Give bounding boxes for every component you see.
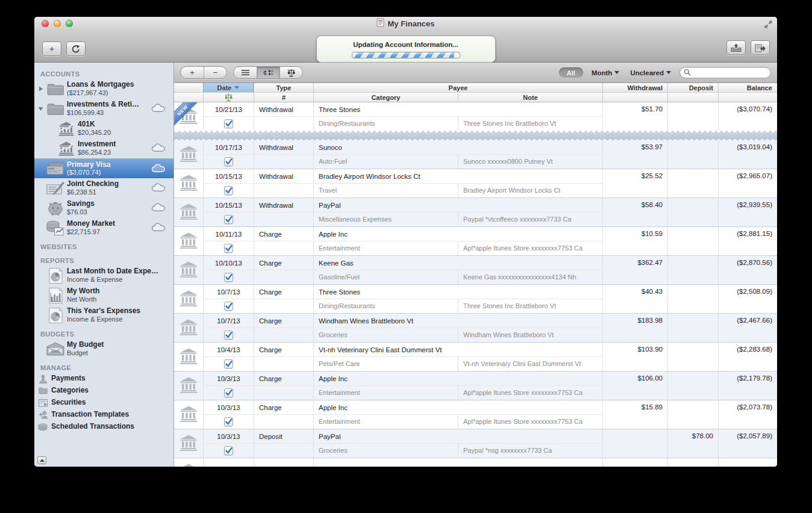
txn-date: 10/10/13	[203, 256, 254, 270]
search-field[interactable]	[679, 67, 771, 78]
disclosure-icon[interactable]	[37, 86, 44, 92]
txn-type: Charge	[254, 314, 313, 328]
transaction-row[interactable]: 10/10/13 Charge Keene Gas $362.47 ($2,87…	[174, 256, 777, 285]
transaction-row[interactable]: 10/4/13 Charge Vt-nh Veterinary Clini Ea…	[174, 343, 777, 372]
cleared-checkbox[interactable]	[224, 119, 233, 128]
transaction-row[interactable]: 10/11/13 Charge Apple Inc $10.59 ($2,881…	[174, 227, 777, 256]
bank-icon	[180, 175, 198, 192]
header-payee[interactable]: Payee	[313, 83, 602, 92]
header-category[interactable]: Category	[313, 93, 458, 102]
progress-text: Updating Account Information...	[317, 41, 495, 48]
sidebar-item-primary-visa[interactable]: Primary Visa ($3,070.74)	[34, 158, 173, 178]
sidebar-item-investment[interactable]: Investment $86,254.23	[34, 138, 173, 158]
transaction-row[interactable]: 10/3/13 Deposit PayPal $78.00 ($2,057.89…	[174, 429, 777, 458]
txn-payee: Three Stones	[313, 285, 602, 299]
view-register-button[interactable]: ¢	[257, 67, 280, 78]
cleared-checkbox[interactable]	[224, 417, 233, 426]
sidebar-item-my-worth[interactable]: My Worth Net Worth	[34, 285, 173, 305]
txn-balance: ($2,467.66)	[718, 314, 777, 342]
sidebar-item-label: Investments & Reti…	[67, 101, 149, 109]
titlebar[interactable]: My Finances	[34, 17, 777, 30]
transaction-row[interactable]: 10/3/13 Charge Apple Inc $15.89 ($2,073.…	[174, 400, 777, 429]
sidebar-item-loans-mortgages[interactable]: Loans & Mortgages ($217,967.43)	[34, 79, 173, 99]
sidebar-item-savings[interactable]: Savings $76.03	[34, 198, 173, 218]
refresh-button[interactable]	[66, 42, 86, 56]
txn-deposit	[667, 169, 718, 197]
sidebar-item-transaction-templates[interactable]: Transaction Templates	[34, 409, 173, 421]
cleared-checkbox[interactable]	[224, 157, 233, 166]
sidebar-item-subtitle: Income & Expense	[67, 276, 169, 284]
transaction-row[interactable]: 10/21/13 Withdrawal Three Stones $51.70 …	[174, 102, 777, 131]
transaction-row[interactable]	[174, 458, 777, 467]
header-cleared[interactable]	[203, 93, 254, 102]
cleared-checkbox[interactable]	[224, 302, 233, 311]
txn-deposit	[667, 285, 718, 313]
sidebar-item-money-market[interactable]: Money Market $22,715.97	[34, 218, 173, 238]
remove-transaction-button[interactable]: −	[204, 67, 226, 78]
import-button[interactable]	[726, 40, 746, 55]
cleared-checkbox[interactable]	[224, 186, 233, 195]
txn-category: Groceries	[313, 328, 458, 342]
txn-number	[254, 117, 313, 131]
view-list-button[interactable]	[234, 67, 257, 78]
transaction-row[interactable]: 10/7/13 Charge Windham Wines Brattleboro…	[174, 314, 777, 343]
export-button[interactable]	[751, 40, 770, 55]
collapse-sidebar-button[interactable]	[37, 456, 46, 464]
header-withdrawal[interactable]: Withdrawal	[602, 83, 667, 92]
transaction-row[interactable]: 10/15/13 Withdrawal PayPal $58.40 ($2,93…	[174, 198, 777, 227]
sidebar-item-payments[interactable]: Payments	[34, 373, 173, 385]
header-balance[interactable]: Balance	[718, 83, 777, 92]
bank-icon	[180, 348, 198, 365]
header-note[interactable]: Note	[458, 93, 602, 102]
cleared-checkbox[interactable]	[224, 215, 233, 224]
disclosure-icon[interactable]	[37, 107, 44, 111]
sidebar-item-401k[interactable]: 401K $20,345.20	[34, 119, 173, 138]
filter-cleared-dropdown[interactable]: Uncleared	[628, 69, 673, 76]
cleared-checkbox[interactable]	[224, 446, 233, 455]
txn-number	[254, 241, 313, 255]
sidebar-item-scheduled-transactions[interactable]: Scheduled Transactions	[34, 421, 173, 433]
cleared-checkbox[interactable]	[224, 388, 233, 397]
sidebar-item-securities[interactable]: Securities	[34, 397, 173, 409]
bank-icon	[180, 261, 198, 279]
document-icon	[376, 18, 384, 30]
cleared-checkbox[interactable]	[224, 273, 233, 282]
txn-note: Three Stones Inc Brattleboro Vt	[458, 117, 602, 131]
header-number[interactable]: #	[254, 93, 313, 102]
filter-all-button[interactable]: All	[559, 67, 583, 78]
transaction-row[interactable]: 10/17/13 Withdrawal Sunoco $53.97 ($3,01…	[174, 140, 777, 169]
view-reconcile-button[interactable]	[280, 67, 302, 78]
sidebar-item-joint-checking[interactable]: Joint Checking $6,238.51	[34, 178, 173, 198]
cleared-checkbox[interactable]	[224, 331, 233, 340]
txn-balance: ($2,939.55)	[718, 198, 777, 226]
txn-withdrawal: $51.70	[602, 102, 667, 131]
cleared-checkbox[interactable]	[224, 359, 233, 368]
header-type[interactable]: Type	[254, 83, 313, 92]
sidebar-item-investments-reti[interactable]: Investments & Reti… $106,599.43	[34, 99, 173, 119]
txn-balance: ($2,283.68)	[718, 343, 777, 371]
sidebar-item-this-year-s-expenses[interactable]: This Year's Expenses Income & Expense	[34, 305, 173, 325]
fullscreen-icon[interactable]	[764, 20, 772, 31]
window-chrome: My Finances + Updating Account Informati…	[34, 17, 777, 63]
search-input[interactable]	[693, 69, 767, 76]
add-transaction-button[interactable]: +	[181, 67, 204, 78]
sidebar-item-last-month-to-date-expe[interactable]: Last Month to Date Expe… Income & Expens…	[34, 266, 173, 285]
app-window: My Finances + Updating Account Informati…	[34, 17, 777, 467]
txn-withdrawal: $15.89	[602, 400, 667, 429]
txn-number	[254, 155, 313, 169]
cleared-checkbox[interactable]	[224, 244, 233, 253]
transaction-row[interactable]: 10/7/13 Charge Three Stones $40.43 ($2,5…	[174, 285, 777, 314]
transaction-row[interactable]: 10/3/13 Charge Apple Inc $106.00 ($2,179…	[174, 372, 777, 400]
header-date[interactable]: Date	[203, 83, 254, 92]
transaction-row[interactable]: 10/15/13 Withdrawal Bradley Airport Wind…	[174, 169, 777, 198]
sidebar-item-my-budget[interactable]: My Budget Budget	[34, 339, 173, 359]
header-deposit[interactable]: Deposit	[667, 83, 718, 92]
sidebar-item-categories[interactable]: Categories	[34, 385, 173, 397]
add-account-button[interactable]: +	[42, 42, 61, 56]
txn-category: Gasoline/Fuel	[313, 270, 458, 284]
txn-payee: Vt-nh Veterinary Clini East Dummerst Vt	[313, 343, 602, 357]
bank-icon	[180, 406, 198, 423]
chevron-down-icon	[614, 71, 619, 74]
filter-month-dropdown[interactable]: Month	[589, 69, 622, 76]
txn-withdrawal	[602, 458, 667, 467]
